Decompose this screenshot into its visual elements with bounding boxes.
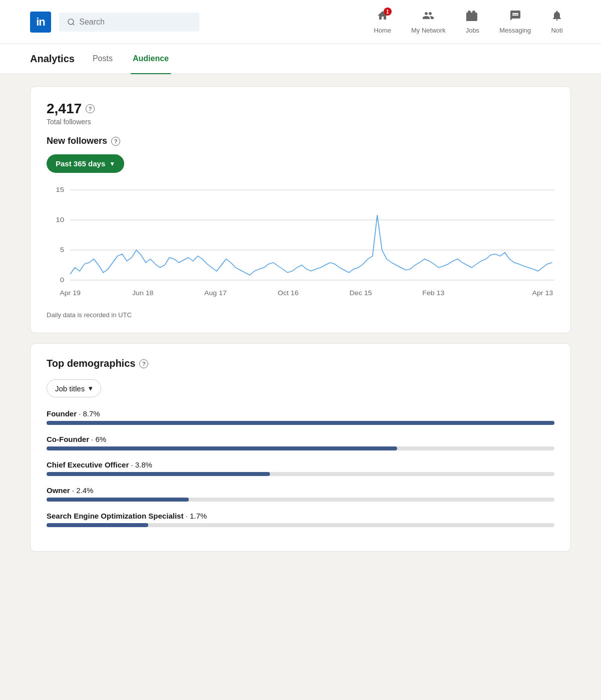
demographics-card: Top demographics ? Job titles ▾ Founder … xyxy=(30,343,571,552)
total-count: 2,417 xyxy=(47,101,82,117)
main-content: 2,417 ? Total followers New followers ? … xyxy=(0,74,601,564)
navbar: in 1 Home My Network Jobs xyxy=(0,0,601,44)
bar-item-founder: Founder · 8.7% xyxy=(47,409,554,425)
nav-item-jobs[interactable]: Jobs xyxy=(458,6,487,38)
total-followers-label: Total followers xyxy=(47,118,554,126)
nav-label-messaging: Messaging xyxy=(499,27,531,34)
bar-fill-ceo xyxy=(47,472,270,476)
bar-label-co-founder: Co-Founder · 6% xyxy=(47,435,554,443)
nav-item-noti[interactable]: Noti xyxy=(543,6,571,38)
bar-fill-founder xyxy=(47,421,554,425)
svg-text:0: 0 xyxy=(60,276,65,284)
analytics-title: Analytics xyxy=(30,53,75,65)
noti-icon xyxy=(551,10,563,25)
chart-container: 15 10 5 0 Apr 19 Jun 18 Aug 17 Oct 16 De… xyxy=(47,185,554,305)
filter-chevron-icon: ▾ xyxy=(89,384,93,393)
nav-item-messaging[interactable]: Messaging xyxy=(491,6,539,38)
bar-percent-ceo: · 3.8% xyxy=(131,460,152,469)
bar-track-seo xyxy=(47,523,554,527)
period-label: Past 365 days xyxy=(56,159,105,168)
bar-label-ceo: Chief Executive Officer · 3.8% xyxy=(47,460,554,469)
bar-label-seo: Search Engine Optimization Specialist · … xyxy=(47,512,554,520)
bar-item-ceo: Chief Executive Officer · 3.8% xyxy=(47,460,554,476)
followers-chart: 15 10 5 0 Apr 19 Jun 18 Aug 17 Oct 16 De… xyxy=(47,185,554,305)
bar-label-founder: Founder · 8.7% xyxy=(47,409,554,418)
bar-fill-owner xyxy=(47,498,189,502)
svg-text:Aug 17: Aug 17 xyxy=(204,290,227,297)
bar-percent-co-founder: · 6% xyxy=(91,435,106,443)
svg-text:Apr 19: Apr 19 xyxy=(60,290,81,297)
bar-percent-founder: · 8.7% xyxy=(79,409,100,418)
bar-track-ceo xyxy=(47,472,554,476)
demographics-title: Top demographics ? xyxy=(47,358,554,369)
nav-item-home[interactable]: 1 Home xyxy=(366,6,399,38)
bar-percent-seo: · 1.7% xyxy=(186,512,207,520)
svg-line-1 xyxy=(73,24,74,25)
new-followers-title: New followers ? xyxy=(47,136,554,146)
bar-item-owner: Owner · 2.4% xyxy=(47,486,554,502)
chevron-down-icon: ▼ xyxy=(109,160,115,167)
messaging-icon xyxy=(509,10,521,25)
followers-card: 2,417 ? Total followers New followers ? … xyxy=(30,86,571,333)
bar-fill-co-founder xyxy=(47,446,397,450)
total-help-icon[interactable]: ? xyxy=(86,104,95,113)
nav-label-my-network: My Network xyxy=(411,27,446,34)
svg-text:Oct 16: Oct 16 xyxy=(277,290,298,297)
search-input[interactable] xyxy=(79,18,191,27)
chart-note: Daily data is recorded in UTC xyxy=(47,311,554,319)
linkedin-logo[interactable]: in xyxy=(30,12,51,33)
svg-text:Apr 13: Apr 13 xyxy=(532,290,553,297)
svg-text:Dec 15: Dec 15 xyxy=(350,290,372,297)
bar-item-seo: Search Engine Optimization Specialist · … xyxy=(47,512,554,527)
bar-item-co-founder: Co-Founder · 6% xyxy=(47,435,554,450)
nav-items: 1 Home My Network Jobs Messaging xyxy=(366,6,571,38)
search-bar[interactable] xyxy=(59,13,199,32)
tab-audience[interactable]: Audience xyxy=(131,44,171,74)
svg-point-0 xyxy=(68,19,74,24)
bar-fill-seo xyxy=(47,523,148,527)
total-followers-num: 2,417 ? xyxy=(47,101,554,117)
nav-item-my-network[interactable]: My Network xyxy=(403,6,454,38)
bar-track-owner xyxy=(47,498,554,502)
filter-label: Job titles xyxy=(55,384,85,393)
new-followers-text: New followers xyxy=(47,136,107,146)
bar-track-co-founder xyxy=(47,446,554,450)
svg-text:15: 15 xyxy=(56,186,64,193)
my-network-icon xyxy=(422,10,434,25)
nav-label-noti: Noti xyxy=(551,27,562,34)
svg-text:Feb 13: Feb 13 xyxy=(422,290,444,297)
tab-posts[interactable]: Posts xyxy=(91,44,115,74)
bar-label-owner: Owner · 2.4% xyxy=(47,486,554,495)
bar-percent-owner: · 2.4% xyxy=(72,486,94,495)
nav-label-home: Home xyxy=(374,27,391,34)
new-followers-help-icon[interactable]: ? xyxy=(111,137,120,146)
period-button[interactable]: Past 365 days ▼ xyxy=(47,154,124,173)
svg-text:Jun 18: Jun 18 xyxy=(132,290,153,297)
svg-text:10: 10 xyxy=(56,216,64,223)
notification-badge: 1 xyxy=(384,8,392,16)
demographics-help-icon[interactable]: ? xyxy=(139,359,148,368)
job-titles-filter-button[interactable]: Job titles ▾ xyxy=(47,379,101,397)
demographics-title-text: Top demographics xyxy=(47,358,135,369)
home-icon: 1 xyxy=(377,10,389,25)
analytics-bar: Analytics Posts Audience xyxy=(0,44,601,74)
svg-text:5: 5 xyxy=(60,246,65,254)
search-icon xyxy=(67,18,75,27)
jobs-icon xyxy=(466,10,478,25)
nav-label-jobs: Jobs xyxy=(466,27,479,34)
bar-track-founder xyxy=(47,421,554,425)
